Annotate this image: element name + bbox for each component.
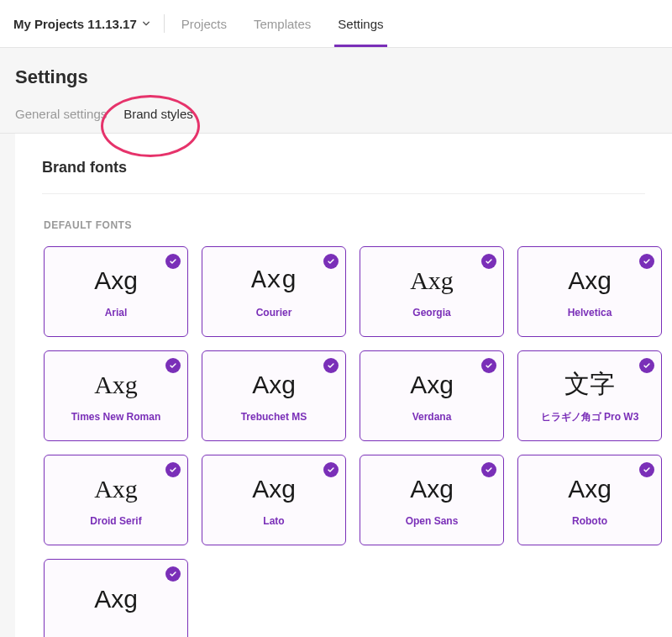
check-icon xyxy=(323,358,339,373)
font-sample: Axg xyxy=(568,476,612,502)
divider xyxy=(164,14,165,33)
nav-settings[interactable]: Settings xyxy=(324,0,396,47)
check-icon xyxy=(165,254,181,269)
font-card[interactable]: 文字ヒラギノ角ゴ Pro W3 xyxy=(517,350,662,441)
font-sample: Axg xyxy=(252,372,296,397)
font-sample: 文字 xyxy=(564,371,615,397)
font-card[interactable]: AxgTimes New Roman xyxy=(44,350,188,441)
page-body: Settings General settings Brand styles B… xyxy=(0,48,672,637)
font-name-label: Trebuchet MS xyxy=(241,411,307,423)
check-icon xyxy=(323,462,339,477)
font-card[interactable]: AxgArial xyxy=(44,246,188,337)
check-icon xyxy=(323,254,339,269)
top-nav: Projects Templates Settings xyxy=(168,0,397,47)
nav-projects[interactable]: Projects xyxy=(168,0,240,47)
font-name-label: ヒラギノ角ゴ Pro W3 xyxy=(541,410,639,424)
default-fonts-label: DEFAULT FONTS xyxy=(44,219,645,231)
font-name-label: Verdana xyxy=(412,411,452,423)
font-sample: Axg xyxy=(94,268,138,293)
nav-templates[interactable]: Templates xyxy=(240,0,324,47)
project-selector[interactable]: My Projects 11.13.17 xyxy=(13,17,164,31)
check-icon xyxy=(165,462,181,477)
check-icon xyxy=(165,358,181,373)
check-icon xyxy=(639,358,654,373)
content-card: Brand fonts DEFAULT FONTS AxgArialAxgCou… xyxy=(15,134,672,637)
subtab-brand-styles[interactable]: Brand styles xyxy=(123,107,193,133)
font-name-label: Lato xyxy=(263,515,284,527)
check-icon xyxy=(165,566,181,582)
font-name-label: Roboto xyxy=(572,515,607,527)
font-sample: Axg xyxy=(252,476,296,502)
section-title-brand-fonts: Brand fonts xyxy=(42,159,645,194)
font-card[interactable]: AxgDroid Serif xyxy=(44,455,188,545)
chevron-down-icon xyxy=(142,19,150,28)
check-icon xyxy=(481,358,496,373)
font-card[interactable]: AxgVerdana xyxy=(360,350,504,441)
font-name-label: Times New Roman xyxy=(71,411,160,423)
subtabs: General settings Brand styles xyxy=(0,107,672,134)
font-name-label: Helvetica xyxy=(568,307,612,318)
check-icon xyxy=(639,254,654,269)
font-sample: Axg xyxy=(410,476,454,502)
check-icon xyxy=(481,462,496,477)
font-name-label: Arial xyxy=(105,307,128,318)
font-card[interactable]: AxgGeorgia xyxy=(360,246,504,337)
font-card[interactable]: AxgCourier xyxy=(202,246,346,337)
font-card[interactable]: AxgHelvetica xyxy=(517,246,662,337)
check-icon xyxy=(639,462,654,477)
project-name: My Projects 11.13.17 xyxy=(13,17,137,31)
font-name-label: Open Sans xyxy=(406,515,459,527)
font-sample: Axg xyxy=(94,587,138,612)
font-sample: Axg xyxy=(410,372,454,397)
font-sample: Axg xyxy=(251,268,297,293)
font-card[interactable]: AxgRoboto xyxy=(517,455,662,545)
font-card[interactable]: AxgLato xyxy=(202,455,346,545)
topbar: My Projects 11.13.17 Projects Templates … xyxy=(0,0,672,48)
font-grid: AxgArialAxgCourierAxgGeorgiaAxgHelvetica… xyxy=(42,246,645,637)
font-card[interactable]: AxgTrebuchet MS xyxy=(202,350,346,441)
check-icon xyxy=(481,254,496,269)
subtab-general[interactable]: General settings xyxy=(15,107,107,133)
font-sample: Axg xyxy=(568,268,612,293)
font-name-label: Georgia xyxy=(412,307,450,318)
font-name-label: Droid Serif xyxy=(90,515,141,527)
font-sample: Axg xyxy=(94,476,138,502)
font-card[interactable]: AxgOpen Sans xyxy=(360,455,504,545)
font-sample: Axg xyxy=(94,372,138,397)
font-name-label: Courier xyxy=(256,307,292,318)
page-title: Settings xyxy=(0,66,672,107)
font-sample: Axg xyxy=(410,268,454,293)
font-card[interactable]: Axg xyxy=(44,559,188,637)
